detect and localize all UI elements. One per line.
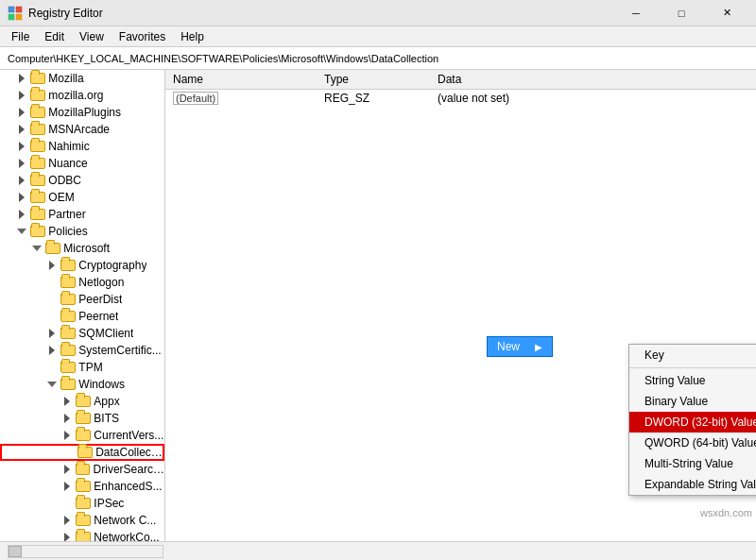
tree-item-tpm[interactable]: TPM <box>0 359 164 376</box>
expand-nahimic[interactable] <box>15 139 30 154</box>
folder-icon-partner <box>30 209 45 220</box>
expand-msnarcade[interactable] <box>15 122 30 137</box>
tree-item-nuance[interactable]: Nuance <box>0 155 164 172</box>
tree-item-nahimic[interactable]: Nahimic <box>0 138 164 155</box>
close-button[interactable]: ✕ <box>705 4 748 23</box>
tree-item-msnarcade[interactable]: MSNArcade <box>0 121 164 138</box>
table-row[interactable]: (Default) REG_SZ (value not set) <box>165 90 756 107</box>
expand-nuance[interactable] <box>15 156 30 171</box>
tree-item-policies[interactable]: Policies <box>0 223 164 240</box>
expand-partner[interactable] <box>15 207 30 222</box>
tree-item-enhanceds[interactable]: EnhancedS... <box>0 478 164 495</box>
new-submenu-trigger[interactable]: New ▶ <box>487 336 553 357</box>
registry-tree[interactable]: Mozilla mozilla.org MozillaPlugins MSNAr… <box>0 70 165 541</box>
menu-file[interactable]: File <box>4 28 37 45</box>
tree-item-currentvers[interactable]: CurrentVers... <box>0 427 164 444</box>
cell-name-default: (Default) <box>165 91 317 106</box>
expand-datacollect[interactable] <box>62 445 77 460</box>
horizontal-scrollbar[interactable] <box>8 545 163 558</box>
tree-item-bits[interactable]: BITS <box>0 410 164 427</box>
tree-item-datacollect[interactable]: DataCollect... <box>0 444 164 461</box>
ctx-item-binary-value[interactable]: Binary Value <box>629 391 756 412</box>
tree-item-cryptography[interactable]: Cryptography <box>0 257 164 274</box>
scroll-thumb[interactable] <box>9 546 22 557</box>
menu-bar: File Edit View Favorites Help <box>0 26 756 47</box>
tree-item-microsoft[interactable]: Microsoft <box>0 240 164 257</box>
new-menu-arrow: ▶ <box>535 342 542 352</box>
tree-item-systemcertif[interactable]: SystemCertific... <box>0 342 164 359</box>
tree-label-driversearch: DriverSearch... <box>94 463 164 476</box>
expand-ipsec[interactable] <box>60 496 76 511</box>
tree-label-nahimic: Nahimic <box>48 140 89 153</box>
tree-item-partner[interactable]: Partner <box>0 206 164 223</box>
tree-item-odbc[interactable]: ODBC <box>0 172 164 189</box>
tree-item-networkc[interactable]: Network C... <box>0 512 164 529</box>
expand-networkc[interactable] <box>60 513 76 528</box>
expand-systemcertif[interactable] <box>45 343 60 358</box>
expand-mozillaplugins[interactable] <box>15 105 30 120</box>
tree-item-networkcco[interactable]: NetworkCo... <box>0 529 164 541</box>
expand-mozillaorg[interactable] <box>15 88 30 103</box>
tree-item-sqmclient[interactable]: SQMClient <box>0 325 164 342</box>
menu-favorites[interactable]: Favorites <box>112 28 173 45</box>
menu-view[interactable]: View <box>72 28 112 45</box>
expand-peernet[interactable] <box>45 309 60 324</box>
tree-item-mozillaplugins[interactable]: MozillaPlugins <box>0 104 164 121</box>
tree-item-mozilla[interactable]: Mozilla <box>0 70 164 87</box>
folder-icon-ipsec <box>76 498 91 509</box>
tree-item-peernet[interactable]: Peernet <box>0 308 164 325</box>
folder-icon-mozilla <box>30 73 45 84</box>
expand-windows[interactable] <box>45 377 60 392</box>
tree-label-msnarcade: MSNArcade <box>48 123 110 136</box>
menu-help[interactable]: Help <box>173 28 212 45</box>
expand-oem[interactable] <box>15 190 30 205</box>
tree-item-mozillaorg[interactable]: mozilla.org <box>0 87 164 104</box>
ctx-item-qword-value[interactable]: QWORD (64-bit) Value <box>629 433 756 453</box>
folder-icon-windows <box>60 379 76 390</box>
tree-label-odbc: ODBC <box>48 174 81 187</box>
maximize-button[interactable]: □ <box>660 4 703 23</box>
expand-bits[interactable] <box>60 411 76 426</box>
ctx-separator <box>629 367 756 368</box>
folder-icon-netlogon <box>60 277 76 288</box>
expand-cryptography[interactable] <box>45 258 60 273</box>
tree-item-driversearch[interactable]: DriverSearch... <box>0 461 164 478</box>
minimize-button[interactable]: ─ <box>614 4 658 23</box>
expand-driversearch[interactable] <box>60 462 76 477</box>
folder-icon-nahimic <box>30 141 45 152</box>
expand-currentvers[interactable] <box>60 428 76 443</box>
tree-item-appx[interactable]: Appx <box>0 393 164 410</box>
expand-networkcco[interactable] <box>60 530 76 541</box>
context-menu: Key String Value Binary Value DWORD (32-… <box>628 344 756 496</box>
tree-item-windows[interactable]: Windows <box>0 376 164 393</box>
tree-item-ipsec[interactable]: IPSec <box>0 495 164 512</box>
tree-item-peerdist[interactable]: PeerDist <box>0 291 164 308</box>
expand-sqmclient[interactable] <box>45 326 60 341</box>
tree-item-netlogon[interactable]: Netlogon <box>0 274 164 291</box>
expand-tpm[interactable] <box>45 360 60 375</box>
expand-policies[interactable] <box>15 224 30 239</box>
folder-icon-oem <box>30 192 45 203</box>
expand-appx[interactable] <box>60 394 76 409</box>
tree-label-mozillaplugins: MozillaPlugins <box>48 106 121 119</box>
tree-label-peerdist: PeerDist <box>78 293 122 306</box>
ctx-item-dword-value[interactable]: DWORD (32-bit) Value <box>629 412 756 433</box>
expand-enhanceds[interactable] <box>60 479 76 494</box>
folder-icon-nuance <box>30 158 45 169</box>
tree-item-oem[interactable]: OEM <box>0 189 164 206</box>
expand-microsoft[interactable] <box>30 241 45 256</box>
expand-mozilla[interactable] <box>15 71 30 86</box>
menu-edit[interactable]: Edit <box>37 28 72 45</box>
tree-label-peernet: Peernet <box>78 310 118 323</box>
ctx-item-string-value[interactable]: String Value <box>629 370 756 391</box>
expand-peerdist[interactable] <box>45 292 60 307</box>
folder-icon-systemcertif <box>60 345 76 356</box>
expand-odbc[interactable] <box>15 173 30 188</box>
status-bar <box>0 541 756 560</box>
ctx-item-key[interactable]: Key <box>629 345 756 365</box>
ctx-item-multi-string[interactable]: Multi-String Value <box>629 453 756 474</box>
ctx-item-expandable[interactable]: Expandable String Value <box>629 474 756 495</box>
expand-netlogon[interactable] <box>45 275 60 290</box>
new-menu-label: New <box>497 340 520 353</box>
folder-icon-sqmclient <box>60 328 76 339</box>
